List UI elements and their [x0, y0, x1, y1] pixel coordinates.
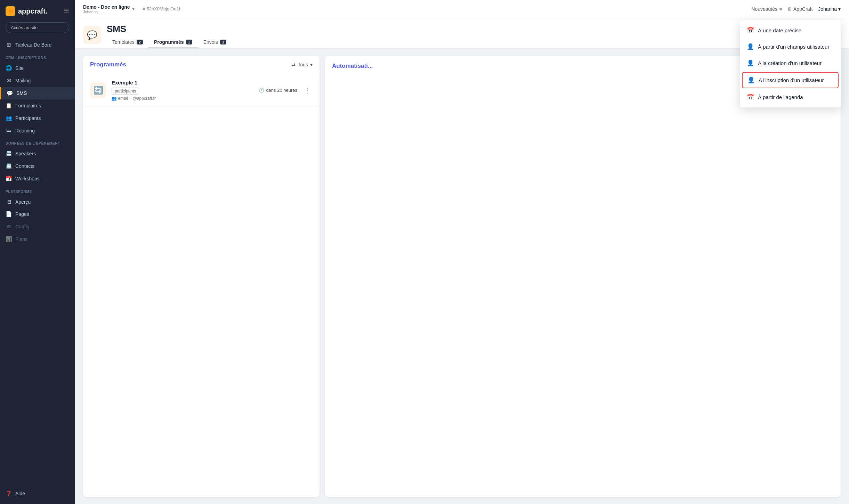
dropdown-menu: 📅 À une date précise 👤 À partir d'un cha…	[740, 20, 841, 107]
sidebar-item-apercu[interactable]: 🖥 Aperçu	[0, 196, 75, 208]
hamburger-icon[interactable]: ☰	[64, 7, 69, 15]
sidebar-item-label: Aide	[15, 491, 25, 496]
sidebar-item-site[interactable]: 🌐 Site	[0, 62, 75, 74]
sidebar-item-label: Pages	[15, 211, 29, 217]
dropdown-item-label: À une date précise	[758, 27, 801, 33]
filter-icon: ⇄	[291, 62, 296, 67]
agenda-icon: 📅	[747, 94, 754, 101]
dropdown-item-label: À partir d'un champs utilisateur	[758, 44, 829, 50]
project-sub: Johanna	[83, 10, 130, 14]
sms-item-time: 🕐 dans 20 heures	[259, 88, 297, 93]
status-indicator	[779, 8, 782, 10]
sidebar-logo-area: 🧡 appcraft. ☰	[0, 0, 75, 22]
logo-label: appcraft.	[18, 7, 47, 15]
more-options-button[interactable]: ⋮	[303, 85, 313, 96]
automatisation-title: Automatisati...	[332, 63, 373, 69]
grid-small-icon: ⊞	[788, 6, 792, 11]
sidebar-item-label: Workshops	[15, 176, 40, 181]
sidebar-item-label: Rooming	[15, 128, 35, 133]
sidebar-item-participants[interactable]: 👥 Participants	[0, 112, 75, 124]
page-body: 💬 SMS Templates 2 Programmés 1 Envois 1	[75, 18, 849, 504]
sidebar-item-label: Config	[15, 224, 29, 229]
sidebar-item-aide[interactable]: ❓ Aide	[0, 487, 75, 500]
bed-icon: 🛏	[6, 128, 12, 133]
project-hash: # 53nX0MbjqlOo1h	[143, 6, 181, 11]
topbar: Demo - Doc en ligne Johanna ▾ # 53nX0Mbj…	[75, 0, 849, 18]
sidebar-item-mailing[interactable]: ✉ Mailing	[0, 74, 75, 87]
sidebar-item-config[interactable]: ⚙ Config	[0, 220, 75, 233]
user-chevron-icon: ▾	[838, 6, 841, 12]
logo-icon: 🧡	[6, 6, 15, 16]
dropdown-item-label: A l'inscription d'un utilisateur	[759, 77, 824, 83]
sidebar-item-label: SMS	[16, 90, 27, 96]
sms-icon: 💬	[7, 90, 13, 96]
grid-icon: ⊞	[6, 42, 12, 48]
sms-module-icon: 💬	[83, 26, 101, 44]
sidebar-item-speakers[interactable]: 📇 Speakers	[0, 147, 75, 160]
filter-group-icon: 👥	[112, 96, 117, 101]
sidebar-item-tableau-de-bord[interactable]: ⊞ Tableau De Bord	[0, 39, 75, 51]
sidebar-item-workshops[interactable]: 📅 Workshops	[0, 172, 75, 185]
participants-icon: 👥	[6, 115, 12, 121]
dropdown-item-date-precise[interactable]: 📅 À une date précise	[740, 22, 841, 39]
tab-envois-label: Envois	[203, 39, 218, 45]
tab-templates-label: Templates	[112, 39, 135, 45]
sms-list-item: 🔄 Exemple 1 participants 👥 email = @appc…	[83, 74, 320, 107]
mail-icon: ✉	[6, 78, 12, 84]
tab-templates[interactable]: Templates 2	[107, 36, 148, 48]
sms-header: 💬 SMS Templates 2 Programmés 1 Envois 1	[75, 18, 849, 49]
clock-icon: 🕐	[259, 88, 264, 93]
appcraft-link[interactable]: ⊞ AppCraft	[788, 6, 812, 12]
automatisation-panel: Automatisati...	[325, 56, 841, 497]
project-name: Demo - Doc en ligne	[83, 4, 130, 10]
project-selector[interactable]: Demo - Doc en ligne Johanna ▾	[83, 4, 135, 14]
sms-item-tag: participants	[112, 88, 139, 95]
filter-chevron-icon: ▾	[310, 62, 313, 67]
tab-programmes-badge: 1	[186, 40, 192, 44]
dropdown-item-creation-utilisateur[interactable]: 👤 A la création d'un utilisateur	[740, 55, 841, 71]
dropdown-item-inscription-utilisateur[interactable]: 👤 A l'inscription d'un utilisateur	[742, 72, 839, 88]
user-field-icon: 👤	[747, 43, 754, 50]
sidebar-item-rooming[interactable]: 🛏 Rooming	[0, 124, 75, 137]
sidebar: 🧡 appcraft. ☰ Accès au site ⊞ Tableau De…	[0, 0, 75, 504]
tab-envois[interactable]: Envois 1	[198, 36, 232, 48]
data-section-label: DONNÉES DE L'ÉVÉNEMENT	[0, 137, 75, 147]
tab-programmes-label: Programmés	[154, 39, 184, 45]
sidebar-item-label: Contacts	[15, 163, 34, 169]
sms-title-area: SMS Templates 2 Programmés 1 Envois 1	[107, 24, 232, 48]
plans-icon: 📊	[6, 236, 12, 242]
forms-icon: 📋	[6, 103, 12, 109]
appcraft-label: AppCraft	[793, 6, 812, 12]
user-register-icon: 👤	[747, 76, 754, 84]
tab-programmes[interactable]: Programmés 1	[148, 36, 198, 48]
nouveautes-button[interactable]: Nouveautés	[751, 6, 782, 12]
sms-item-filter-text: email = @appcraft.fr	[118, 96, 156, 101]
user-menu[interactable]: Johanna ▾	[818, 6, 841, 12]
sidebar-item-label: Tableau De Bord	[15, 42, 51, 48]
sidebar-item-formulaires[interactable]: 📋 Formulaires	[0, 99, 75, 112]
sidebar-item-contacts[interactable]: 📇 Contacts	[0, 160, 75, 172]
access-site-button[interactable]: Accès au site	[6, 22, 69, 33]
sms-item-info: Exemple 1 participants 👥 email = @appcra…	[112, 80, 253, 101]
sidebar-item-label: Formulaires	[15, 103, 41, 108]
dropdown-item-label: À partir de l'agenda	[758, 94, 803, 100]
dropdown-item-agenda[interactable]: 📅 À partir de l'agenda	[740, 89, 841, 105]
sidebar-item-label: Participants	[15, 115, 41, 121]
sidebar-item-label: Speakers	[15, 151, 36, 156]
programmes-title: Programmés	[90, 61, 126, 68]
dropdown-item-champs-utilisateur[interactable]: 👤 À partir d'un champs utilisateur	[740, 39, 841, 55]
tab-envois-badge: 1	[220, 40, 226, 44]
programmes-panel: Programmés ⇄ Tous ▾ 🔄 Exemple 1 particip…	[83, 56, 320, 497]
tous-filter[interactable]: ⇄ Tous ▾	[291, 62, 313, 67]
config-icon: ⚙	[6, 223, 12, 230]
pages-icon: 📄	[6, 211, 12, 217]
sms-item-filter: 👥 email = @appcraft.fr	[112, 96, 253, 101]
sms-item-icon: 🔄	[90, 82, 106, 98]
contacts-icon: 📇	[6, 163, 12, 169]
sidebar-item-sms[interactable]: 💬 SMS	[0, 87, 75, 99]
sidebar-item-plans[interactable]: 📊 Plans	[0, 233, 75, 245]
sidebar-item-label: Plans	[15, 236, 27, 242]
sidebar-item-pages[interactable]: 📄 Pages	[0, 208, 75, 220]
user-plus-icon: 👤	[747, 59, 754, 67]
sidebar-item-label: Mailing	[15, 78, 31, 83]
